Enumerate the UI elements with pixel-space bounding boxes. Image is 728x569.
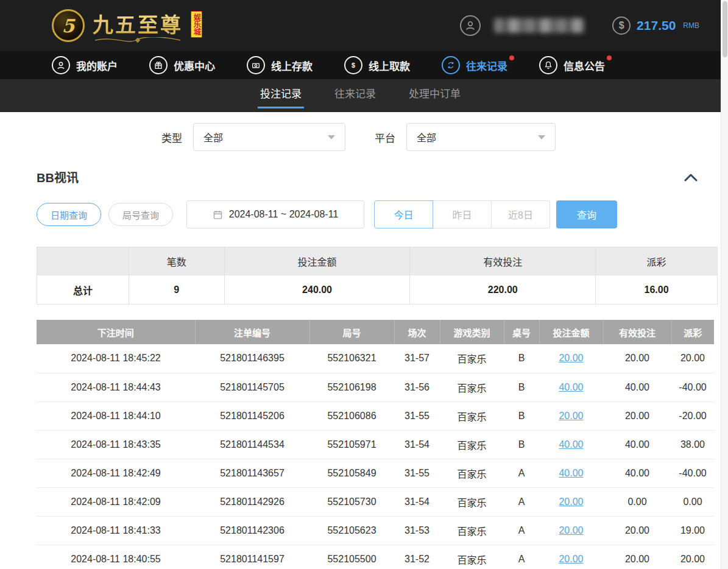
cell-order-no: 521801142306 (195, 516, 309, 545)
cell-game-type: 百家乐 (440, 373, 504, 401)
date-query-button[interactable]: 日期查询 (37, 203, 101, 226)
main-nav: 我的账户 优惠中心 线上存款 $ 线上取款 往来记录 (0, 51, 721, 79)
logo-coin-glyph: 5 (62, 15, 75, 37)
cell-bet-time: 2024-08-11 18:44:43 (37, 373, 195, 401)
yesterday-button[interactable]: 昨日 (433, 200, 492, 228)
collapse-chevron-up-icon[interactable] (684, 173, 698, 182)
cell-bet-amount: 20.00 (539, 487, 603, 516)
username-blurred[interactable] (494, 18, 584, 33)
last-8-days-button[interactable]: 近8日 (491, 200, 550, 228)
cell-table-no: B (504, 344, 539, 373)
cell-table-no: A (504, 459, 539, 487)
cell-table-no: A (504, 545, 539, 569)
cell-valid-bet: 40.00 (603, 459, 671, 487)
bet-amount-link[interactable]: 20.00 (559, 353, 583, 363)
cell-round-no: 552105500 (309, 545, 394, 569)
cell-valid-bet: 40.00 (603, 373, 671, 401)
cell-bet-amount: 20.00 (539, 545, 603, 569)
cell-round-no: 552105730 (309, 487, 394, 516)
type-select[interactable]: 全部 (193, 123, 345, 151)
records-icon (442, 56, 460, 74)
platform-select[interactable]: 全部 (406, 123, 556, 151)
platform-label: 平台 (375, 130, 395, 145)
column-header: 场次 (394, 320, 440, 344)
cell-table-no: B (504, 373, 539, 401)
column-header: 桌号 (504, 320, 539, 344)
cell-bet-time: 2024-08-11 18:40:55 (37, 545, 195, 569)
cell-order-no: 521801145206 (195, 401, 309, 430)
dollar-icon: $ (612, 16, 631, 35)
cell-valid-bet: 20.00 (603, 344, 671, 373)
nav-item-promotions[interactable]: 优惠中心 (149, 56, 215, 74)
bet-table-body: 2024-08-11 18:45:22521801146395552106321… (37, 344, 714, 569)
cell-game-type: 百家乐 (440, 401, 504, 430)
bell-icon (539, 56, 557, 74)
cell-session: 31-55 (394, 459, 440, 487)
bet-amount-link[interactable]: 20.00 (559, 497, 583, 507)
bet-amount-link[interactable]: 20.00 (559, 525, 583, 535)
nav-item-deposit[interactable]: 线上存款 (247, 56, 313, 74)
platform-select-value: 全部 (417, 130, 436, 144)
nav-item-my-account[interactable]: 我的账户 (52, 56, 118, 74)
round-query-button[interactable]: 局号查询 (108, 203, 173, 226)
today-button[interactable]: 今日 (374, 200, 433, 228)
cell-session: 31-53 (394, 516, 440, 545)
tab-processing-orders[interactable]: 处理中订单 (406, 79, 463, 108)
bet-amount-link[interactable]: 40.00 (559, 468, 583, 478)
summary-bet-amount: 240.00 (224, 275, 410, 305)
search-button[interactable]: 查询 (556, 200, 617, 228)
nav-item-announcements[interactable]: 信息公告 (539, 56, 605, 74)
avatar[interactable] (460, 15, 481, 36)
scrollbar[interactable] (721, 0, 728, 569)
deposit-icon (247, 56, 265, 74)
cell-round-no: 552106321 (309, 344, 394, 373)
column-header: 派彩 (671, 320, 714, 344)
date-range-input[interactable]: 2024-08-11 ~ 2024-08-11 (186, 200, 364, 228)
notification-dot (509, 55, 514, 60)
bet-amount-link[interactable]: 20.00 (559, 554, 583, 564)
cell-round-no: 552105849 (309, 459, 394, 487)
summary-table: 笔数 投注金额 有效投注 派彩 总计 9 240.00 220.00 16.00 (37, 247, 718, 305)
tab-transaction-records[interactable]: 往来记录 (332, 79, 378, 108)
cell-game-type: 百家乐 (440, 344, 504, 373)
cell-round-no: 552105623 (309, 516, 394, 545)
summary-total-row: 总计 9 240.00 220.00 16.00 (37, 275, 718, 305)
cell-order-no: 521801143657 (195, 459, 309, 487)
bet-amount-link[interactable]: 40.00 (559, 382, 583, 392)
cell-payout: 20.00 (671, 344, 714, 373)
quick-date-group: 今日 昨日 近8日 (374, 200, 550, 228)
user-icon (464, 19, 476, 32)
filter-bar: 类型 全部 平台 全部 (0, 123, 721, 151)
tab-bet-records[interactable]: 投注记录 (258, 79, 304, 108)
nav-label: 信息公告 (564, 58, 605, 73)
summary-header-row: 笔数 投注金额 有效投注 派彩 (37, 247, 718, 275)
section-title: BB视讯 (37, 168, 79, 186)
logo-title: 九五至尊 (93, 9, 183, 38)
cell-game-type: 百家乐 (440, 516, 504, 545)
section-header: BB视讯 (0, 168, 721, 186)
balance: $ 217.50 RMB (612, 16, 699, 35)
bet-amount-link[interactable]: 40.00 (559, 439, 583, 450)
scrollbar-thumb[interactable] (723, 1, 727, 57)
withdraw-icon: $ (344, 56, 362, 74)
cell-session: 31-54 (394, 487, 440, 516)
chevron-down-icon (328, 135, 335, 140)
cell-order-no: 521801145705 (195, 373, 309, 401)
logo-flourish-icon (92, 37, 183, 43)
bet-amount-link[interactable]: 20.00 (559, 411, 583, 421)
cell-bet-time: 2024-08-11 18:42:09 (37, 487, 195, 516)
cell-payout: 19.00 (671, 516, 714, 545)
nav-label: 我的账户 (76, 58, 118, 73)
summary-payout: 16.00 (596, 275, 718, 305)
table-row: 2024-08-11 18:44:43521801145705552106198… (37, 373, 714, 401)
nav-item-withdraw[interactable]: $ 线上取款 (344, 56, 410, 74)
nav-label: 往来记录 (466, 58, 507, 73)
cell-session: 31-56 (394, 373, 440, 401)
nav-label: 线上存款 (271, 58, 313, 73)
cell-payout: -20.00 (671, 401, 714, 430)
cell-valid-bet: 20.00 (603, 516, 671, 545)
nav-item-records[interactable]: 往来记录 (442, 56, 507, 74)
site-logo[interactable]: 5 九五至尊 娱乐城 (52, 9, 202, 43)
user-icon (52, 56, 70, 74)
cell-valid-bet: 0.00 (603, 487, 671, 516)
